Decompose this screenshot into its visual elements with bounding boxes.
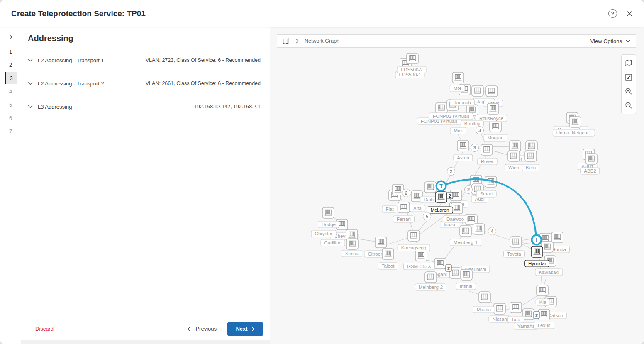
map-icon[interactable] (283, 38, 290, 44)
chevron-left-icon (187, 327, 190, 332)
device-node[interactable] (507, 150, 520, 162)
network-graph-canvas[interactable]: EDS500-1JaguarLotusigCisco_routerABB1neH… (270, 27, 644, 344)
wizard-step-7[interactable]: 7 (5, 125, 17, 137)
fit-screen-icon[interactable] (622, 70, 636, 84)
wizard-step-4[interactable]: 4 (5, 85, 17, 98)
device-node[interactable] (459, 225, 472, 237)
node-label[interactable]: Smart (476, 190, 497, 198)
device-node[interactable] (536, 285, 549, 296)
device-node[interactable] (435, 191, 447, 203)
device-node[interactable] (481, 144, 493, 156)
device-node[interactable] (585, 153, 598, 165)
node-label[interactable]: Talbot (378, 263, 398, 270)
node-label[interactable]: EDS500-2 (397, 66, 426, 73)
dialog-title: Create Teleprotection Service: TP01 (11, 9, 146, 18)
node-label[interactable]: Bern (522, 164, 539, 171)
node-label[interactable]: FONP02 (Virtual) (429, 113, 473, 120)
node-label[interactable]: Koenigsegg (398, 244, 430, 251)
device-node[interactable] (407, 230, 420, 242)
device-node[interactable] (375, 237, 387, 248)
device-node[interactable] (424, 271, 437, 283)
device-node[interactable] (510, 236, 522, 248)
device-node[interactable] (485, 85, 498, 97)
wizard-step-3[interactable]: 3 (5, 72, 17, 84)
device-node[interactable] (510, 302, 522, 313)
expand-steps-icon[interactable] (0, 31, 21, 43)
section-l3-addressing[interactable]: L3 Addressing 192.168.12.142, 192.168.2.… (21, 95, 270, 118)
help-icon[interactable]: ? (608, 9, 617, 18)
device-node[interactable] (435, 102, 448, 114)
page-title: Addressing (28, 34, 73, 43)
section-l2-addressing-transport-1[interactable]: L2 Addressing - Transport 1 VLAN: 2723, … (21, 49, 270, 72)
node-label[interactable]: Ferrari (393, 216, 415, 223)
chevron-right-icon[interactable] (295, 39, 299, 44)
device-node[interactable] (493, 303, 506, 315)
node-label[interactable]: Tata (507, 316, 524, 323)
node-label[interactable]: GSM Clock (403, 263, 435, 270)
section-l2-addressing-transport-2[interactable]: L2 Addressing - Transport 2 VLAN: 2661, … (21, 72, 270, 95)
node-label[interactable]: Infiniti (456, 283, 476, 290)
next-button[interactable]: Next (227, 322, 263, 336)
wizard-footer: Discard Previous Next (21, 317, 270, 340)
node-label[interactable]: ABB2 (580, 168, 600, 175)
device-node[interactable] (478, 291, 491, 303)
device-node[interactable] (524, 150, 537, 162)
wizard-step-6[interactable]: 6 (5, 112, 17, 124)
node-label[interactable]: Hyundai (524, 260, 549, 267)
device-node[interactable] (473, 223, 485, 235)
device-node[interactable] (489, 121, 502, 132)
node-label[interactable]: Wien (505, 164, 523, 171)
close-icon[interactable] (626, 10, 633, 17)
device-node[interactable] (531, 246, 543, 258)
device-node[interactable] (406, 53, 419, 64)
device-node[interactable] (398, 202, 410, 213)
wizard-step-5[interactable]: 5 (5, 98, 17, 111)
node-label[interactable]: Kawasaki (535, 269, 563, 276)
section-summary: VLAN: 2661, Class Of Service: 6 - Recomm… (146, 81, 261, 86)
section-label: L3 Addressing (38, 104, 72, 110)
node-label[interactable]: McLaren (427, 207, 453, 214)
node-label[interactable]: Toyota (503, 251, 525, 258)
device-node[interactable] (485, 176, 497, 188)
device-node[interactable] (452, 72, 464, 83)
device-node[interactable] (538, 309, 550, 320)
device-node[interactable] (415, 250, 427, 261)
previous-button[interactable]: Previous (187, 326, 217, 332)
node-label[interactable]: Triumph (450, 99, 475, 106)
node-label[interactable]: Lexus (534, 322, 554, 329)
zoom-in-icon[interactable] (622, 84, 636, 98)
device-node[interactable] (569, 116, 581, 128)
node-label[interactable]: Meinberg-1 (450, 239, 481, 246)
device-node[interactable] (434, 258, 446, 269)
device-node[interactable] (460, 269, 473, 281)
node-label[interactable]: Aston (453, 154, 473, 161)
node-label[interactable]: Fiat (382, 206, 397, 213)
node-label[interactable]: Simca (342, 250, 362, 257)
device-node[interactable] (457, 140, 469, 151)
node-label[interactable]: Mazda (473, 306, 495, 313)
node-label[interactable]: Meinberg-2 (415, 284, 446, 291)
wizard-step-2[interactable]: 2 (5, 59, 17, 71)
node-label[interactable]: Chrysler (311, 230, 337, 237)
node-label[interactable]: Cadillac (321, 239, 345, 246)
map-question-icon[interactable]: ? (622, 56, 636, 70)
zoom-out-icon[interactable] (622, 98, 636, 112)
wizard-step-1[interactable]: 1 (5, 45, 17, 58)
view-options-dropdown[interactable]: View Options (590, 38, 630, 44)
node-label[interactable]: Morgan (484, 134, 507, 142)
device-node[interactable] (382, 248, 394, 260)
node-label[interactable]: Daewoo (443, 216, 468, 223)
device-node[interactable] (487, 103, 499, 115)
node-label[interactable]: Kia (536, 299, 550, 306)
node-label[interactable]: Unma_Netgear1 (553, 129, 595, 137)
device-node[interactable] (346, 238, 359, 250)
node-label[interactable]: Alfa (410, 205, 425, 212)
device-node[interactable] (322, 207, 334, 219)
node-label[interactable]: Rover (477, 158, 498, 165)
node-label[interactable]: Dodge (318, 221, 339, 228)
link-count-badge: 2 (447, 192, 453, 199)
device-node[interactable] (471, 85, 484, 97)
node-label[interactable]: MG (450, 85, 465, 92)
node-label[interactable]: Mini (450, 127, 466, 134)
discard-button[interactable]: Discard (35, 326, 54, 332)
